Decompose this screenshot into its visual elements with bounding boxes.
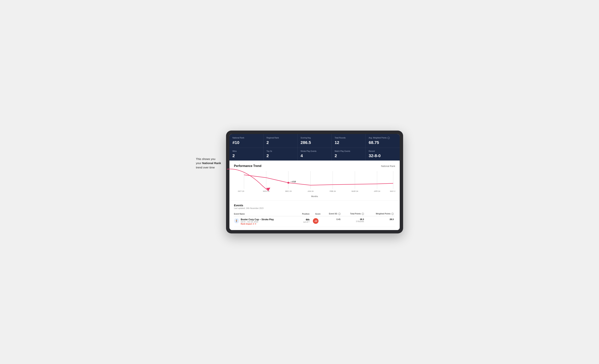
stat-scoring-avg-label: Scoring Avg. [301, 137, 328, 139]
event-details: Buster Cozy Cup – Stroke Play Oct 9 – Oc… [241, 218, 274, 225]
scene: This shows you your National Rank trend … [196, 131, 403, 234]
stat-national-rank-value: #10 [232, 140, 260, 145]
stat-regional-rank-label: Regional Rank [266, 137, 294, 139]
annotation-line2: your [196, 161, 202, 165]
annotation-line1: This shows you [196, 157, 215, 160]
event-sg-info-icon: i [338, 213, 341, 215]
stat-scoring-avg: Scoring Avg. 286.5 [298, 134, 332, 148]
position-value: 6th [297, 218, 309, 221]
stat-match-play-label: Match Play Events [335, 150, 362, 152]
annotation: This shows you your National Rank trend … [196, 157, 221, 170]
svg-text:FEB 24: FEB 24 [330, 190, 336, 192]
stats-row-2: Wins 2 Top 3s 2 Stroke Play Events 4 Mat… [229, 148, 400, 160]
events-last-updated: Last updated: 24th November 2023 [234, 207, 395, 209]
total-points-value: 28.3 [342, 218, 364, 221]
annotation-bold: National Rank [202, 161, 221, 165]
stat-top3s-label: Top 3s [266, 150, 294, 152]
stat-scoring-avg-value: 286.5 [301, 140, 328, 145]
events-table-header: Event Name Position Score Event SG i Tot… [234, 212, 395, 216]
stat-total-rounds-value: 12 [335, 140, 362, 145]
chart-header: Performance Trend National Rank [234, 164, 395, 168]
annotation-line3: trend over time [196, 166, 215, 169]
events-title: Events [234, 204, 395, 207]
stat-top3s: Top 3s 2 [264, 148, 298, 160]
total-points-cell: 28.3 3 Rounds [342, 216, 366, 227]
col-event-sg: Event SG i [322, 212, 342, 216]
chart-subtitle: National Rank [381, 165, 395, 168]
col-score: Score [311, 212, 322, 216]
chart-x-axis-label: Months [234, 195, 395, 197]
svg-text:• #10: • #10 [291, 180, 296, 183]
stat-match-play: Match Play Events 2 [332, 148, 366, 160]
stat-national-rank: National Rank #10 [229, 134, 264, 148]
svg-text:JAN 24: JAN 24 [308, 190, 314, 192]
chart-svg: • #10 OCT 23 NOV 23 DEC 23 JAN 24 FEB 24… [234, 169, 395, 194]
stat-top3s-value: 2 [266, 153, 294, 158]
rank-impact: Rank Impact: 3 ▼ [241, 223, 274, 225]
events-table: Event Name Position Score Event SG i Tot… [234, 212, 395, 227]
events-section: Events Last updated: 24th November 2023 … [229, 200, 400, 230]
stat-avg-weighted: Avg. Weighted Points i 68.75 [366, 134, 400, 148]
col-weighted-points: Weighted Points i [365, 212, 395, 216]
weighted-points-value: 28.3 [390, 218, 394, 221]
table-row: 🏌 Buster Cozy Cup – Stroke Play Oct 9 – … [234, 216, 395, 227]
tablet-screen: National Rank #10 Regional Rank 2 Scorin… [229, 134, 400, 230]
tablet: National Rank #10 Regional Rank 2 Scorin… [226, 131, 403, 234]
weighted-points-cell: 28.3 [365, 216, 395, 227]
event-date: Oct 9 – Oct 10, 2023 [241, 221, 274, 223]
svg-text:NOV 23: NOV 23 [263, 190, 269, 192]
weighted-points-info-icon: i [391, 213, 394, 215]
stat-stroke-play-value: 4 [301, 153, 328, 158]
svg-text:APR 24: APR 24 [374, 190, 380, 192]
stat-wins: Wins 2 [229, 148, 264, 160]
score-cell: -22 [311, 216, 322, 227]
col-position: Position [297, 212, 311, 216]
chart-title: Performance Trend [234, 164, 261, 168]
chart-area: • #10 OCT 23 NOV 23 DEC 23 JAN 24 FEB 24… [234, 169, 395, 194]
stat-avg-weighted-label: Avg. Weighted Points i [369, 137, 397, 139]
avg-weighted-info-icon: i [388, 137, 390, 139]
chart-datapoint [287, 182, 290, 184]
svg-text:MAY 24: MAY 24 [390, 190, 395, 192]
stat-match-play-value: 2 [335, 153, 362, 158]
svg-text:DEC 23: DEC 23 [285, 190, 291, 192]
position-sub: out of 7 [297, 221, 309, 223]
events-header-row: Event Name Position Score Event SG i Tot… [234, 212, 395, 216]
stat-stroke-play-label: Stroke Play Events [301, 150, 328, 152]
event-name: Buster Cozy Cup – Stroke Play [241, 218, 274, 221]
event-sg-value: 0.45 [336, 218, 340, 221]
chart-section: Performance Trend National Rank [229, 160, 400, 200]
total-points-sub: 3 Rounds [342, 221, 364, 222]
stat-wins-value: 2 [232, 153, 260, 158]
stat-total-rounds-label: Total Rounds [335, 137, 362, 139]
stat-total-rounds: Total Rounds 12 [332, 134, 366, 148]
stat-stroke-play: Stroke Play Events 4 [298, 148, 332, 160]
stat-regional-rank: Regional Rank 2 [264, 134, 298, 148]
events-table-body: 🏌 Buster Cozy Cup – Stroke Play Oct 9 – … [234, 216, 395, 227]
event-icon: 🏌 [234, 218, 239, 223]
stat-record-value: 32-8-0 [369, 153, 397, 158]
stat-national-rank-label: National Rank [232, 137, 260, 139]
event-sg-cell: 0.45 [322, 216, 342, 227]
stat-wins-label: Wins [232, 150, 260, 152]
score-badge: -22 [313, 218, 318, 224]
svg-text:OCT 23: OCT 23 [238, 190, 244, 192]
stat-record-label: Record [369, 150, 397, 152]
stat-avg-weighted-value: 68.75 [369, 140, 397, 145]
col-total-points: Total Points i [342, 212, 366, 216]
total-points-info-icon: i [362, 213, 364, 215]
event-name-cell: 🏌 Buster Cozy Cup – Stroke Play Oct 9 – … [234, 216, 297, 227]
stat-record: Record 32-8-0 [366, 148, 400, 160]
svg-text:MAR 24: MAR 24 [352, 190, 358, 192]
stat-regional-rank-value: 2 [266, 140, 294, 145]
col-event-name: Event Name [234, 212, 297, 216]
position-cell: 6th out of 7 [297, 216, 311, 227]
rank-impact-arrow[interactable]: ▼ [255, 223, 256, 225]
stats-row-1: National Rank #10 Regional Rank 2 Scorin… [229, 134, 400, 148]
